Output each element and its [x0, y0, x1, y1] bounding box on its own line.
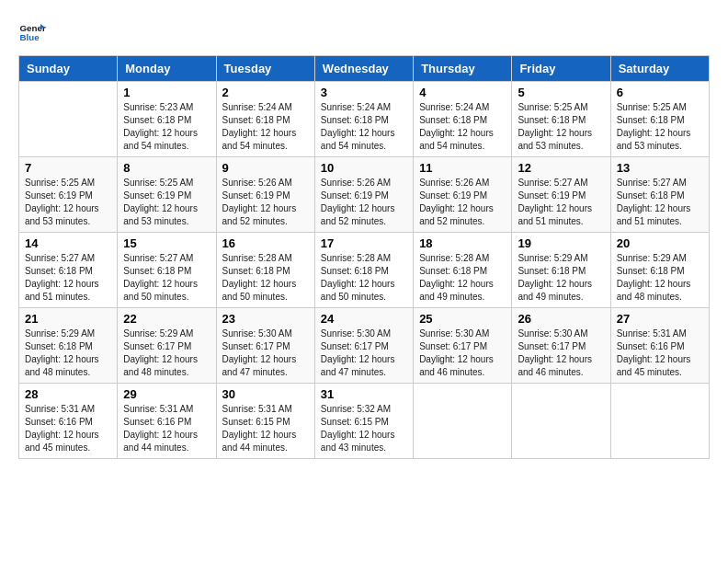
day-number: 23: [222, 312, 309, 326]
day-info: Sunrise: 5:31 AMSunset: 6:16 PMDaylight:…: [617, 327, 703, 379]
day-info: Sunrise: 5:27 AMSunset: 6:18 PMDaylight:…: [123, 252, 210, 304]
logo-icon: General Blue: [18, 18, 46, 46]
day-info: Sunrise: 5:28 AMSunset: 6:18 PMDaylight:…: [222, 252, 309, 304]
day-cell: [610, 384, 709, 459]
calendar-body: 1Sunrise: 5:23 AMSunset: 6:18 PMDaylight…: [19, 82, 710, 459]
day-cell: 2Sunrise: 5:24 AMSunset: 6:18 PMDaylight…: [216, 82, 314, 157]
day-info: Sunrise: 5:30 AMSunset: 6:17 PMDaylight:…: [321, 327, 407, 379]
header-day-saturday: Saturday: [610, 56, 709, 82]
day-number: 14: [25, 236, 111, 250]
day-cell: 15Sunrise: 5:27 AMSunset: 6:18 PMDayligh…: [118, 233, 216, 308]
day-number: 18: [419, 236, 506, 250]
day-info: Sunrise: 5:25 AMSunset: 6:18 PMDaylight:…: [617, 101, 703, 153]
day-cell: 12Sunrise: 5:27 AMSunset: 6:19 PMDayligh…: [512, 157, 610, 233]
day-cell: 5Sunrise: 5:25 AMSunset: 6:18 PMDaylight…: [512, 82, 610, 157]
header-day-thursday: Thursday: [414, 56, 512, 82]
day-info: Sunrise: 5:31 AMSunset: 6:16 PMDaylight:…: [25, 403, 111, 454]
day-cell: 30Sunrise: 5:31 AMSunset: 6:15 PMDayligh…: [216, 384, 314, 459]
day-number: 11: [419, 161, 506, 175]
day-info: Sunrise: 5:29 AMSunset: 6:17 PMDaylight:…: [123, 327, 210, 379]
day-info: Sunrise: 5:31 AMSunset: 6:15 PMDaylight:…: [222, 403, 309, 454]
day-cell: 25Sunrise: 5:30 AMSunset: 6:17 PMDayligh…: [414, 308, 512, 384]
day-cell: 13Sunrise: 5:27 AMSunset: 6:18 PMDayligh…: [610, 157, 709, 233]
header-day-sunday: Sunday: [19, 56, 118, 82]
day-cell: 26Sunrise: 5:30 AMSunset: 6:17 PMDayligh…: [512, 308, 610, 384]
day-cell: [414, 384, 512, 459]
week-row-5: 28Sunrise: 5:31 AMSunset: 6:16 PMDayligh…: [19, 384, 710, 459]
day-cell: 18Sunrise: 5:28 AMSunset: 6:18 PMDayligh…: [414, 233, 512, 308]
day-info: Sunrise: 5:24 AMSunset: 6:18 PMDaylight:…: [419, 101, 506, 153]
day-info: Sunrise: 5:30 AMSunset: 6:17 PMDaylight:…: [222, 327, 309, 379]
day-cell: [19, 82, 118, 157]
day-number: 25: [419, 312, 506, 326]
day-info: Sunrise: 5:27 AMSunset: 6:18 PMDaylight:…: [617, 177, 703, 228]
day-number: 3: [321, 86, 407, 99]
day-number: 20: [617, 236, 703, 250]
day-info: Sunrise: 5:24 AMSunset: 6:18 PMDaylight:…: [321, 101, 407, 153]
day-info: Sunrise: 5:24 AMSunset: 6:18 PMDaylight:…: [222, 101, 309, 153]
day-number: 13: [617, 161, 703, 175]
day-info: Sunrise: 5:26 AMSunset: 6:19 PMDaylight:…: [321, 177, 407, 228]
day-number: 2: [222, 86, 309, 99]
day-info: Sunrise: 5:28 AMSunset: 6:18 PMDaylight:…: [321, 252, 407, 304]
day-number: 8: [123, 161, 210, 175]
day-number: 1: [123, 86, 210, 99]
day-number: 21: [25, 312, 111, 326]
day-number: 22: [123, 312, 210, 326]
day-cell: 16Sunrise: 5:28 AMSunset: 6:18 PMDayligh…: [216, 233, 314, 308]
day-number: 9: [222, 161, 309, 175]
day-number: 15: [123, 236, 210, 250]
day-cell: 28Sunrise: 5:31 AMSunset: 6:16 PMDayligh…: [19, 384, 118, 459]
day-info: Sunrise: 5:29 AMSunset: 6:18 PMDaylight:…: [25, 327, 111, 379]
day-number: 6: [617, 86, 703, 99]
day-number: 31: [321, 387, 407, 401]
day-number: 27: [617, 312, 703, 326]
day-number: 17: [321, 236, 407, 250]
header-row: SundayMondayTuesdayWednesdayThursdayFrid…: [19, 56, 710, 82]
svg-text:Blue: Blue: [20, 32, 40, 42]
logo: General Blue: [18, 18, 46, 46]
header-day-friday: Friday: [512, 56, 610, 82]
day-cell: 14Sunrise: 5:27 AMSunset: 6:18 PMDayligh…: [19, 233, 118, 308]
day-info: Sunrise: 5:29 AMSunset: 6:18 PMDaylight:…: [617, 252, 703, 304]
day-info: Sunrise: 5:25 AMSunset: 6:18 PMDaylight:…: [518, 101, 604, 153]
day-cell: 3Sunrise: 5:24 AMSunset: 6:18 PMDaylight…: [314, 82, 413, 157]
day-cell: 19Sunrise: 5:29 AMSunset: 6:18 PMDayligh…: [512, 233, 610, 308]
week-row-1: 1Sunrise: 5:23 AMSunset: 6:18 PMDaylight…: [19, 82, 710, 157]
day-number: 28: [25, 387, 111, 401]
day-info: Sunrise: 5:26 AMSunset: 6:19 PMDaylight:…: [419, 177, 506, 228]
day-info: Sunrise: 5:28 AMSunset: 6:18 PMDaylight:…: [419, 252, 506, 304]
day-info: Sunrise: 5:23 AMSunset: 6:18 PMDaylight:…: [123, 101, 210, 153]
day-info: Sunrise: 5:32 AMSunset: 6:15 PMDaylight:…: [321, 403, 407, 454]
day-cell: 7Sunrise: 5:25 AMSunset: 6:19 PMDaylight…: [19, 157, 118, 233]
day-number: 5: [518, 86, 604, 99]
header-day-wednesday: Wednesday: [314, 56, 413, 82]
day-info: Sunrise: 5:27 AMSunset: 6:19 PMDaylight:…: [518, 177, 604, 228]
day-cell: 29Sunrise: 5:31 AMSunset: 6:16 PMDayligh…: [118, 384, 216, 459]
day-cell: 27Sunrise: 5:31 AMSunset: 6:16 PMDayligh…: [610, 308, 709, 384]
day-number: 26: [518, 312, 604, 326]
page-header: General Blue: [18, 18, 710, 46]
day-cell: 22Sunrise: 5:29 AMSunset: 6:17 PMDayligh…: [118, 308, 216, 384]
day-info: Sunrise: 5:30 AMSunset: 6:17 PMDaylight:…: [518, 327, 604, 379]
day-cell: 4Sunrise: 5:24 AMSunset: 6:18 PMDaylight…: [414, 82, 512, 157]
day-number: 19: [518, 236, 604, 250]
day-cell: 6Sunrise: 5:25 AMSunset: 6:18 PMDaylight…: [610, 82, 709, 157]
day-number: 4: [419, 86, 506, 99]
calendar-table: SundayMondayTuesdayWednesdayThursdayFrid…: [18, 55, 710, 459]
day-cell: 31Sunrise: 5:32 AMSunset: 6:15 PMDayligh…: [314, 384, 413, 459]
day-cell: 11Sunrise: 5:26 AMSunset: 6:19 PMDayligh…: [414, 157, 512, 233]
day-number: 30: [222, 387, 309, 401]
header-day-tuesday: Tuesday: [216, 56, 314, 82]
day-cell: 9Sunrise: 5:26 AMSunset: 6:19 PMDaylight…: [216, 157, 314, 233]
day-number: 29: [123, 387, 210, 401]
day-info: Sunrise: 5:26 AMSunset: 6:19 PMDaylight:…: [222, 177, 309, 228]
week-row-2: 7Sunrise: 5:25 AMSunset: 6:19 PMDaylight…: [19, 157, 710, 233]
day-info: Sunrise: 5:29 AMSunset: 6:18 PMDaylight:…: [518, 252, 604, 304]
day-cell: 1Sunrise: 5:23 AMSunset: 6:18 PMDaylight…: [118, 82, 216, 157]
day-cell: 8Sunrise: 5:25 AMSunset: 6:19 PMDaylight…: [118, 157, 216, 233]
day-cell: 23Sunrise: 5:30 AMSunset: 6:17 PMDayligh…: [216, 308, 314, 384]
day-cell: 24Sunrise: 5:30 AMSunset: 6:17 PMDayligh…: [314, 308, 413, 384]
day-cell: [512, 384, 610, 459]
day-number: 24: [321, 312, 407, 326]
